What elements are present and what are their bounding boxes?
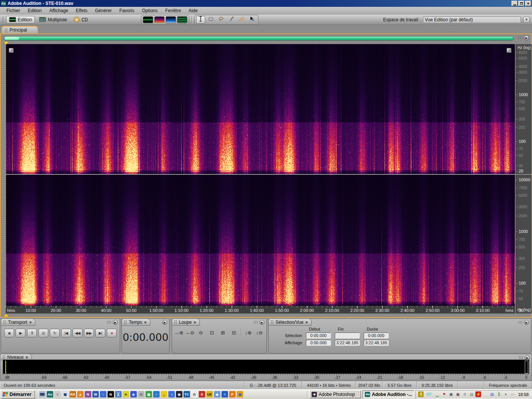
scanner-icon[interactable]: ▤ — [469, 391, 474, 397]
scrub-tool-button[interactable] — [247, 16, 256, 24]
menu-options[interactable]: Options — [138, 7, 161, 14]
zoom-out-horizontal-button[interactable]: ↔⊖ — [185, 328, 195, 337]
transport-pause-button[interactable]: Ⅱ — [27, 329, 37, 337]
affichage-debut-field[interactable]: 0:00.000 — [306, 340, 331, 346]
media-player-shortcut-icon[interactable]: ◉ — [237, 391, 243, 397]
frequency-scale-right-channel[interactable]: 1000070005000300020001000700500300200100… — [516, 175, 532, 314]
transport-menu-button[interactable]: ▶ — [113, 320, 118, 325]
close-button[interactable]: × — [525, 1, 531, 6]
loupe-panel-tab[interactable]: Loupe × — [172, 318, 200, 326]
messenger-shortcut-icon[interactable]: ◆ — [214, 391, 220, 397]
folder-tray-icon[interactable]: ▭ — [510, 391, 515, 397]
audition-shortcut-icon[interactable]: Au — [47, 391, 53, 397]
zoom-to-selection-button[interactable]: ⊡ — [207, 328, 217, 337]
clip-indicator[interactable] — [525, 361, 528, 374]
sphere-shortcut-icon[interactable]: ● — [54, 391, 61, 397]
selection-vue-close-icon[interactable]: × — [306, 320, 308, 325]
level-meter[interactable] — [3, 359, 529, 374]
marquee-selection-tool-button[interactable] — [206, 16, 215, 24]
spectral-display[interactable]: hmshms10:0020:0030:0040:0050:001:00:001:… — [6, 44, 515, 314]
orange-app-shortcut-icon[interactable]: ▲ — [77, 391, 84, 397]
word-shortcut-icon[interactable]: W — [92, 391, 99, 397]
transport-panel-tab[interactable]: Transport × — [1, 318, 35, 326]
transport-play-looped-button[interactable]: ↻ — [50, 329, 60, 337]
minimized-strip-icon[interactable]: ▁ — [434, 391, 440, 397]
photoshop-eye-shortcut-icon[interactable]: ◉ — [176, 391, 182, 397]
start-button[interactable]: Démarrer — [1, 390, 35, 399]
time-ruler[interactable]: hmshms10:0020:0030:0040:0050:001:00:001:… — [6, 306, 515, 314]
effects-paintbrush-tool-button[interactable] — [227, 16, 236, 24]
ball-shortcut-icon[interactable]: ◑ — [168, 391, 175, 397]
loupe-close-icon[interactable]: × — [193, 320, 196, 325]
spectral-frequency-view-button[interactable] — [154, 16, 165, 23]
clock-app-shortcut-icon[interactable]: ◷ — [191, 391, 198, 397]
zoom-selection-left-edge-button[interactable]: ⊞ — [218, 328, 228, 337]
tab-principal[interactable]: Principal — [2, 26, 38, 33]
temps-close-icon[interactable]: × — [144, 320, 146, 325]
loupe-menu-button[interactable]: ▶ — [260, 320, 264, 325]
power-alert-icon[interactable]: ⚡ — [475, 391, 481, 397]
lasso-selection-tool-button[interactable] — [217, 16, 226, 24]
menu-generer[interactable]: Générer — [92, 7, 115, 14]
green-app-shortcut-icon[interactable]: ▣ — [146, 391, 152, 397]
planet-browser-shortcut-icon[interactable]: ○ — [100, 391, 106, 397]
zoom-selection-right-edge-button[interactable]: ⊟ — [229, 328, 239, 337]
menu-fichier[interactable]: Fichier — [3, 7, 24, 14]
zoom-in-vertical-button[interactable]: ↕⊕ — [243, 328, 253, 337]
rx-shortcut-icon[interactable]: RX — [70, 391, 76, 397]
panel-menu-button[interactable]: ▶ — [524, 35, 529, 40]
mode-button-multipiste[interactable]: Multipiste — [36, 16, 70, 23]
spectrogram-left-channel[interactable] — [6, 44, 515, 174]
waveform-view-button[interactable] — [143, 16, 153, 23]
playhead-marker-bottom[interactable] — [4, 314, 8, 317]
mode-button-edition[interactable]: Edition — [6, 16, 35, 24]
selection-vue-panel-tab[interactable]: Sélection/Vue × — [268, 318, 312, 326]
at-circle-shortcut-icon[interactable]: @ — [138, 391, 144, 397]
frequency-scale-left-channel[interactable]: 8000600040003000200010007005003002001007… — [516, 44, 532, 174]
s-wave-shortcut-icon[interactable]: S — [222, 391, 228, 397]
selection-fin-field[interactable] — [335, 332, 360, 339]
temps-panel-tab[interactable]: Temps × — [122, 318, 150, 326]
task-adobe-audition[interactable]: AuAdobe Audition -... — [363, 390, 414, 398]
workspace-select[interactable]: Vue Edition (par défaut) — [423, 16, 521, 23]
network-disconnected-2-icon[interactable]: ▣ — [455, 391, 461, 397]
niveaux-close-icon[interactable]: × — [25, 355, 28, 359]
netscape-shortcut-icon[interactable]: N — [108, 391, 114, 397]
time-selection-tool-button[interactable] — [196, 16, 205, 24]
transport-play-from-cursor-button[interactable]: ◎ — [38, 329, 48, 337]
transport-fast-forward-button[interactable]: ▶▶ — [84, 329, 94, 337]
transport-go-to-end-button[interactable]: ▶| — [95, 329, 105, 337]
selection-duree-field[interactable]: 0:00.000 — [364, 332, 389, 339]
menu-edition[interactable]: Edition — [24, 7, 45, 14]
transport-stop-button[interactable]: ■ — [4, 329, 14, 337]
transport-play-button[interactable]: ▶ — [16, 329, 25, 337]
zoom-in-horizontal-button[interactable]: ↔⊕ — [174, 328, 184, 337]
spot-healing-brush-tool-button[interactable] — [237, 16, 246, 24]
pause-indicator-icon[interactable]: Ⅱ — [418, 391, 424, 397]
workspace-dropdown-arrow-icon[interactable]: ▼ — [523, 17, 530, 23]
spectral-phase-view-button[interactable] — [177, 16, 187, 23]
tc-shortcut-icon[interactable]: TC — [184, 391, 190, 397]
affichage-fin-field[interactable]: 3:22:48.185 — [335, 340, 360, 346]
scale-handle-left-icon[interactable] — [9, 48, 14, 53]
zoom-out-vertical-button[interactable]: ↕⊖ — [254, 328, 264, 337]
ue-shortcut-icon[interactable]: UE — [206, 391, 213, 397]
menu-fenetre[interactable]: Fenêtre — [162, 7, 184, 14]
transport-rewind-button[interactable]: ◀◀ — [73, 329, 82, 337]
tool-shortcut-icon[interactable]: ╳ — [115, 391, 122, 397]
keyboard-shortcut-icon[interactable]: ⌨ — [39, 391, 46, 397]
transport-close-icon[interactable]: × — [29, 320, 32, 325]
flag-icon[interactable]: ⚑ — [441, 391, 447, 397]
scale-handle-right-icon[interactable] — [507, 48, 511, 53]
globe-shortcut-icon[interactable]: ○ — [153, 391, 160, 397]
pdf-shortcut-icon[interactable]: P — [229, 391, 236, 397]
blocked-device-icon[interactable]: ⊘ — [462, 391, 467, 397]
task-adobe-photoshop[interactable]: ◉Adobe Photoshop — [309, 390, 361, 398]
zoom-out-full-button[interactable]: ⊖ — [196, 328, 206, 337]
temperature-monitor-icon[interactable]: 43° — [425, 391, 433, 397]
menu-favoris[interactable]: Favoris — [116, 7, 138, 14]
diamond-shortcut-icon[interactable]: ◆ — [130, 391, 137, 397]
display-settings-icon[interactable]: ▤ — [489, 391, 495, 397]
mouse-settings-icon[interactable]: ⌖ — [503, 391, 508, 397]
selection-vue-menu-button[interactable]: ▶ — [524, 320, 529, 325]
